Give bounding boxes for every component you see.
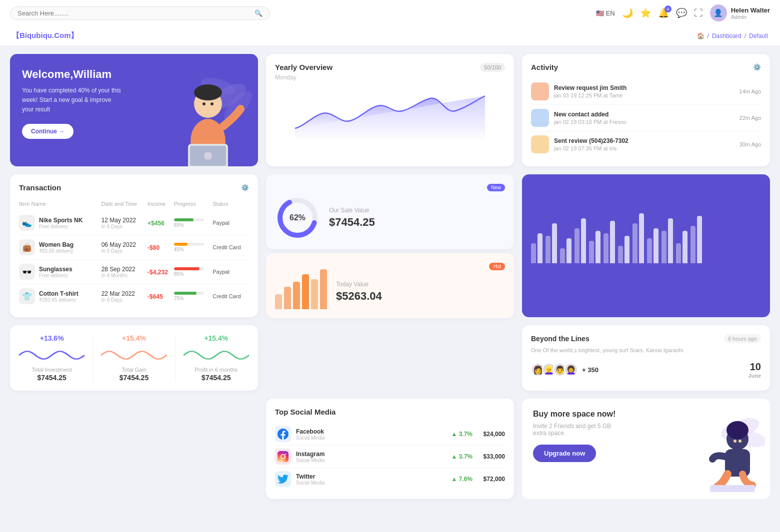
breadcrumb-default[interactable]: Default	[749, 32, 768, 39]
breadcrumb-dashboard[interactable]: Dashboard	[712, 32, 742, 39]
welcome-figure	[148, 54, 258, 166]
big-bar-group	[574, 218, 586, 263]
progress-label: 45%	[174, 247, 213, 252]
stats-card: +13.6% Total Investment $7454.25 +15.4% …	[10, 325, 258, 391]
sale-cards-column: New 62% Our Sale Value $7454.25 Hot	[266, 174, 514, 391]
big-bar-group	[632, 213, 644, 263]
progress-cell: 85%	[174, 260, 213, 284]
item-sub: Free delivery	[39, 224, 82, 229]
big-bar	[610, 221, 615, 263]
progress-bar	[174, 292, 204, 295]
date-main: 22 Mar 2022	[102, 290, 148, 297]
activity-thumb	[531, 135, 549, 153]
social-row: Facebook Social Media ▲ 3.7% $24,000	[275, 423, 505, 446]
table-row: 👜 Women Bag ₹83.65 delivery 06 May 2022 …	[19, 235, 249, 260]
big-bar	[682, 231, 688, 263]
beyond-card: Beyond the Lines 6 hours ago One Of the …	[522, 325, 770, 391]
mini-bar	[284, 287, 291, 309]
stat-wave	[184, 345, 249, 365]
big-bar-group	[531, 233, 542, 263]
bell-button[interactable]: 🔔 4	[658, 7, 669, 18]
user-info[interactable]: 👤 Helen Walter Admin	[710, 4, 770, 21]
income-value: -$80	[148, 244, 160, 251]
activity-settings-icon[interactable]: ⚙️	[753, 63, 761, 71]
stat-pct: +13.6%	[19, 334, 84, 342]
activity-thumb	[531, 82, 549, 100]
fullscreen-icon[interactable]: ⛶	[694, 8, 703, 18]
search-input[interactable]	[18, 9, 250, 17]
progress-fill	[174, 267, 200, 270]
language-selector[interactable]: 🇺🇸 EN	[596, 9, 615, 17]
stat-value: $7454.25	[184, 374, 249, 382]
welcome-illustration	[153, 56, 253, 166]
today-value-card: Hot Today Value $5263.04	[266, 253, 514, 318]
stat-pct: +15.4%	[184, 334, 249, 342]
user-role: Admin	[731, 14, 770, 20]
stat-value: $7454.25	[19, 374, 84, 382]
buy-space-card: Buy more space now! Invite 2 Friends and…	[522, 399, 770, 499]
activity-time: 14m Ago	[740, 88, 761, 94]
big-bar	[624, 236, 630, 263]
svg-point-6	[202, 102, 206, 105]
breadcrumb: 🏠 / Dashboard / Default	[697, 32, 768, 39]
big-bar	[538, 233, 542, 263]
today-sale-inner: Today Value $5263.04	[275, 274, 505, 309]
transaction-header-row: Item NameDate and TimeIncomeProgressStat…	[19, 199, 249, 211]
stat-pct: +15.4%	[101, 334, 166, 342]
buy-desc: Invite 2 Friends and get 5 GB extra spac…	[533, 423, 623, 437]
social-name-sub: Social Media	[296, 435, 446, 441]
big-bar-group	[662, 218, 673, 263]
mini-bar	[293, 282, 300, 309]
big-bar-group	[647, 228, 658, 263]
table-row: 🕶️ Sunglasses Free delivery 28 Sep 2022 …	[19, 260, 249, 284]
brand-logo: 【Biqubiqu.Com】	[12, 31, 78, 40]
today-amount: $5263.04	[336, 290, 382, 303]
svg-point-15	[285, 454, 286, 455]
message-icon[interactable]: 💬	[676, 7, 687, 18]
big-bar-group	[676, 231, 688, 263]
date-cell: 28 Sep 2022 In 4 Months	[102, 260, 148, 284]
activity-title: Activity	[531, 63, 558, 71]
date-sub: In 5 Days	[102, 248, 148, 254]
activity-item-title: New contact added	[554, 111, 734, 118]
progress-label: 75%	[174, 296, 213, 301]
big-bar	[566, 238, 572, 263]
item-cell: 👕 Cotton T-shirt ₹283.65 delivery	[19, 284, 102, 309]
hot-badge: Hot	[489, 263, 505, 270]
bell-badge: 4	[664, 5, 672, 12]
big-bar-group	[589, 231, 600, 263]
sale-info-title: Our Sale Value	[329, 207, 375, 214]
progress-bar	[174, 267, 204, 270]
progress-bar	[174, 218, 204, 221]
social-icon	[275, 426, 291, 442]
transaction-settings-icon[interactable]: ⚙️	[241, 184, 249, 191]
upgrade-button[interactable]: Upgrade now	[533, 445, 596, 462]
item-cell: 🕶️ Sunglasses Free delivery	[19, 260, 102, 284]
continue-button[interactable]: Continue →	[22, 124, 74, 139]
search-bar[interactable]: 🔍	[10, 6, 270, 20]
progress-fill	[174, 292, 196, 295]
today-info-title: Today Value	[336, 281, 382, 288]
beyond-title: Beyond the Lines	[531, 335, 590, 343]
activity-item-sub: jan 02 19 07:35 PM at Iris	[554, 145, 734, 151]
dark-mode-toggle[interactable]: 🌙	[622, 7, 633, 18]
item-icon: 👜	[19, 239, 35, 255]
stat-label: Total Gain	[101, 367, 166, 373]
big-bar-group	[560, 238, 572, 263]
top-nav: 🔍 🇺🇸 EN 🌙 ⭐ 🔔 4 💬 ⛶ 👤 Helen Walter Admin	[0, 0, 780, 26]
big-bar-group	[604, 221, 615, 263]
stat-wave	[19, 345, 84, 365]
date-cell: 12 May 2022 In 6 Days	[102, 211, 148, 235]
date-main: 06 May 2022	[102, 241, 148, 248]
big-bar	[618, 246, 623, 263]
home-icon[interactable]: 🏠	[697, 32, 704, 39]
overview-header: Yearly Overview 50/100	[275, 63, 505, 72]
social-val: $33,000	[478, 453, 505, 460]
mini-bar	[302, 274, 309, 309]
star-icon[interactable]: ⭐	[640, 7, 651, 18]
income-value: -$645	[148, 293, 163, 300]
big-bar	[639, 213, 644, 263]
activity-info: Review request jim Smith jan 03 19 12:25…	[554, 84, 734, 98]
social-list: Facebook Social Media ▲ 3.7% $24,000 Ins…	[275, 423, 505, 490]
item-icon: 👟	[19, 215, 35, 231]
